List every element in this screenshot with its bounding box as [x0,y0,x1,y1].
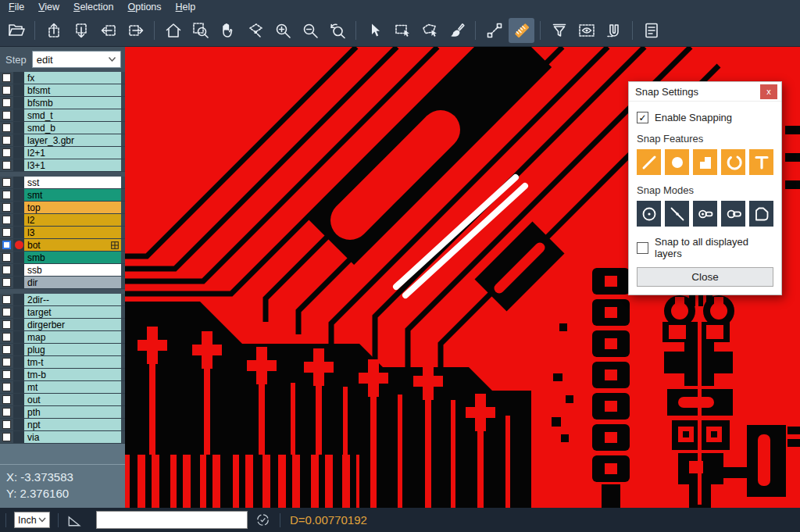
layer-row[interactable]: l3+1 [0,159,125,172]
zoom-home-button[interactable] [160,18,186,43]
layer-visibility-checkbox[interactable] [2,278,11,287]
snap-feature-pad-button[interactable] [665,149,689,175]
layer-row[interactable]: dir [0,277,125,289]
select-arrow-button[interactable] [362,18,388,43]
layer-visibility-checkbox[interactable] [2,203,11,212]
enable-snapping-checkbox[interactable] [637,112,648,123]
zoom-out-button[interactable] [297,18,323,43]
snap-mode-center-button[interactable] [637,201,661,227]
snap-all-layers-checkbox[interactable] [637,242,648,254]
close-button[interactable]: Close [637,267,773,287]
layer-visibility-checkbox[interactable] [2,266,11,274]
zoom-previous-button[interactable] [324,18,350,43]
ruler-button[interactable] [509,18,534,43]
menu-options[interactable]: Options [120,1,168,13]
menu-view[interactable]: View [31,1,66,13]
layer-row[interactable]: l2 [0,214,125,227]
grid-icon[interactable] [111,241,119,249]
snap-feature-arc-button[interactable] [721,149,745,175]
layer-visibility-checkbox[interactable] [2,73,11,82]
layer-visibility-checkbox[interactable] [2,420,11,429]
pan-right-button[interactable] [123,18,148,43]
layer-row[interactable]: sst [0,177,125,189]
layer-row[interactable]: tm-t [0,356,125,369]
zoom-object-button[interactable] [242,18,268,43]
layer-visibility-checkbox[interactable] [2,228,11,237]
menu-help[interactable]: Help [169,1,203,13]
layer-row[interactable]: target [0,306,125,319]
pan-down-button[interactable] [68,18,94,43]
layer-visibility-checkbox[interactable] [2,253,11,262]
view-options-button[interactable] [573,18,599,43]
layer-row[interactable]: tm-b [0,369,125,381]
layer-visibility-checkbox[interactable] [2,123,11,132]
measure-input[interactable] [96,511,248,529]
dialog-close-icon[interactable]: x [760,84,777,99]
layer-visibility-checkbox[interactable] [2,98,11,107]
step-select[interactable]: edit [32,51,121,68]
paint-brush-button[interactable] [444,18,470,43]
pan-left-button[interactable] [95,18,121,43]
layer-visibility-checkbox[interactable] [2,395,11,404]
unit-select[interactable]: Inch [14,512,50,528]
open-file-button[interactable] [3,18,29,43]
layer-visibility-checkbox[interactable] [2,148,11,157]
zoom-window-button[interactable] [188,18,213,43]
layer-visibility-checkbox[interactable] [2,191,11,199]
layer-row[interactable]: layer_3.gbr [0,134,125,147]
layer-row[interactable]: l2+1 [0,147,125,159]
layer-visibility-checkbox[interactable] [2,408,11,416]
layer-row[interactable]: smt [0,189,125,202]
snap-feature-text-button[interactable] [749,149,773,175]
select-polygon-button[interactable] [416,18,442,43]
layer-row[interactable]: smd_t [0,109,125,122]
layer-row[interactable]: out [0,394,125,406]
layer-visibility-checkbox[interactable] [2,241,11,249]
menu-selection[interactable]: Selection [66,1,120,13]
layer-row[interactable]: 2dir-- [0,294,125,306]
pan-up-button[interactable] [41,18,66,43]
layer-visibility-checkbox[interactable] [2,383,11,391]
snap-feature-line-button[interactable] [637,149,661,175]
layer-visibility-checkbox[interactable] [2,433,11,441]
zoom-in-button[interactable] [270,18,295,43]
layer-visibility-checkbox[interactable] [2,86,11,95]
pan-hand-button[interactable] [215,18,241,43]
layer-row[interactable]: bfsmb [0,97,125,109]
snap-mode-profile-button[interactable] [749,201,773,227]
layer-row[interactable]: mt [0,381,125,394]
layer-visibility-checkbox[interactable] [2,216,11,224]
layer-row[interactable]: bot [0,239,125,252]
layer-visibility-checkbox[interactable] [2,295,11,304]
snap-feature-surface-button[interactable] [693,149,717,175]
report-button[interactable] [638,18,664,43]
layer-visibility-checkbox[interactable] [2,178,11,187]
layer-visibility-checkbox[interactable] [2,333,11,341]
snap-mode-slot-button[interactable] [693,201,717,227]
layer-visibility-checkbox[interactable] [2,370,11,379]
layer-visibility-checkbox[interactable] [2,320,11,329]
layer-visibility-checkbox[interactable] [2,136,11,145]
select-rectangle-button[interactable] [389,18,415,43]
layer-row[interactable]: dirgerber [0,319,125,331]
layer-visibility-checkbox[interactable] [2,161,11,170]
menu-file[interactable]: File [2,1,31,13]
layer-row[interactable]: plug [0,344,125,356]
snap-mode-point-on-line-button[interactable] [665,201,689,227]
layer-row[interactable]: fx [0,72,125,84]
layer-visibility-checkbox[interactable] [2,345,11,354]
layer-row[interactable]: npt [0,419,125,431]
layer-row[interactable]: ssb [0,264,125,277]
measure-distance-button[interactable] [481,18,507,43]
apply-check-icon[interactable] [255,512,270,527]
layer-row[interactable]: via [0,431,125,444]
layer-row[interactable]: l3 [0,227,125,239]
dialog-title-bar[interactable]: Snap Settings x [629,82,781,102]
filter-button[interactable] [546,18,572,43]
layer-row[interactable]: smb [0,252,125,264]
layer-row[interactable]: bfsmt [0,84,125,97]
snap-magnet-button[interactable] [601,18,627,43]
layer-row[interactable]: top [0,202,125,214]
layer-visibility-checkbox[interactable] [2,358,11,366]
layer-visibility-checkbox[interactable] [2,308,11,316]
